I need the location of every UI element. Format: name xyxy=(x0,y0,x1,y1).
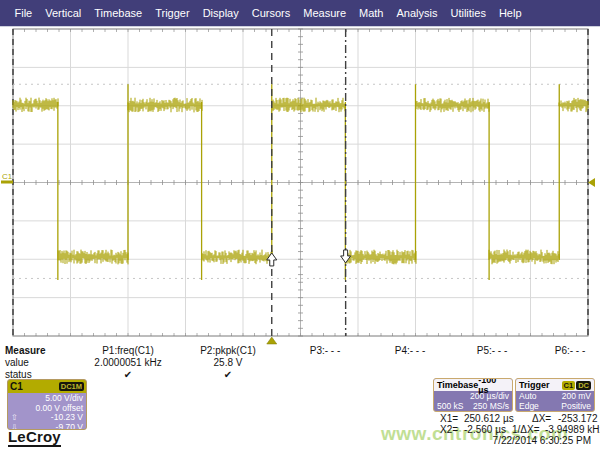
param-status-icon: ✔ xyxy=(173,369,283,381)
param-value: 25.8 V xyxy=(173,357,283,369)
menu-item-utilities[interactable]: Utilities xyxy=(444,7,492,19)
cursor1-arrow-icon: ⇧ xyxy=(11,413,18,423)
measure-param-p2[interactable]: P2:pkpk(C1) 25.8 V ✔ xyxy=(173,345,283,381)
trigger-level: 200 mV xyxy=(562,391,591,401)
dx-label: ΔX= xyxy=(532,413,551,424)
menu-item-analysis[interactable]: Analysis xyxy=(390,7,444,19)
param-label: P1:freq(C1) xyxy=(73,345,183,357)
measure-param-p6[interactable]: P6:- - - xyxy=(515,345,600,357)
x1-label: X1= xyxy=(440,413,458,424)
trigger-source-badge: C1 xyxy=(562,381,576,390)
measure-row-label: Measure xyxy=(5,345,46,356)
menu-item-file[interactable]: File xyxy=(8,7,39,19)
param-label: P2:pkpk(C1) xyxy=(173,345,283,357)
trigger-title: Trigger xyxy=(519,380,550,390)
menu-item-trigger[interactable]: Trigger xyxy=(149,7,196,19)
trigger-mode: Auto xyxy=(519,391,537,401)
menubar: File Vertical Timebase Trigger Display C… xyxy=(0,0,600,27)
dx-value: -253.172 µs xyxy=(558,413,600,424)
menu-item-math[interactable]: Math xyxy=(353,7,390,19)
sample-count: 500 kS xyxy=(437,401,463,411)
value-row-label: value xyxy=(5,357,29,368)
invdx-value: -3.94989 kHz xyxy=(545,424,600,435)
x2-label: X2= xyxy=(440,424,458,435)
menu-item-timebase[interactable]: Timebase xyxy=(88,7,149,19)
x1-value: 250.612 µs xyxy=(464,413,514,424)
menu-item-measure[interactable]: Measure xyxy=(297,7,353,19)
channel-name: C1 xyxy=(10,381,23,392)
menu-item-help[interactable]: Help xyxy=(492,7,528,19)
time-per-div: 200 µs/div xyxy=(434,391,512,401)
menu-item-vertical[interactable]: Vertical xyxy=(39,7,88,19)
datetime-stamp: 7/22/2014 6:30:25 PM xyxy=(493,435,591,446)
trigger-type: Edge xyxy=(519,401,539,411)
svg-text:C1: C1 xyxy=(2,172,13,181)
sample-rate: 250 MS/s xyxy=(473,401,509,411)
channel-descriptor-c1[interactable]: C1 DC1M 5.00 V/div 0.00 V offset ⇧ -10.2… xyxy=(7,379,87,430)
coupling-badge: DC1M xyxy=(59,382,84,391)
measure-param-p1[interactable]: P1:freq(C1) 2.0000051 kHz ✔ xyxy=(73,345,183,381)
param-value: 2.0000051 kHz xyxy=(73,357,183,369)
trigger-coupling-badge: DC xyxy=(576,381,591,390)
invdx-label: 1/ΔX= xyxy=(512,424,540,435)
timebase-title: Timebase xyxy=(437,380,478,390)
param-status-icon: ✔ xyxy=(73,369,183,381)
trigger-descriptor[interactable]: Trigger C1 DC Auto 200 mV Edge Positive xyxy=(515,378,595,412)
timebase-descriptor[interactable]: Timebase -100 µs 200 µs/div 500 kS 250 M… xyxy=(433,378,513,412)
lecroy-logo: LeCroy xyxy=(8,429,61,447)
param-label: P6:- - - xyxy=(515,345,600,357)
menu-item-cursors[interactable]: Cursors xyxy=(245,7,297,19)
trigger-slope: Positive xyxy=(561,401,591,411)
channel-header: C1 DC1M xyxy=(8,380,86,393)
menu-item-display[interactable]: Display xyxy=(196,7,245,19)
x2-value: -2.560 µs xyxy=(464,424,506,435)
